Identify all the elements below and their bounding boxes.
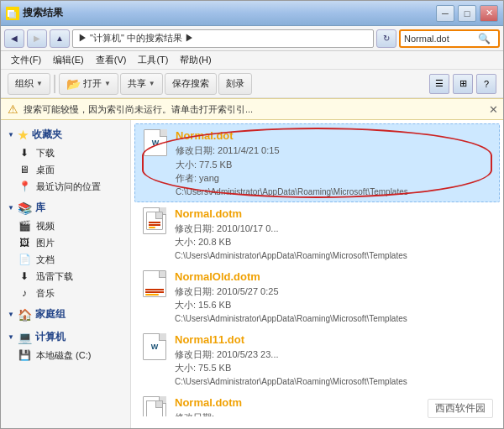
sidebar-section-library: ▼ 📚 库 🎬 视频 🖼 图片 📄 文档 ⬇ 迅 (1, 198, 130, 301)
main-content: ▼ ★ 收藏夹 ⬇ 下载 🖥 桌面 📍 最近访问的位置 (1, 120, 503, 428)
menu-help[interactable]: 帮助(H) (175, 52, 216, 68)
recent-icon: 📍 (18, 180, 31, 193)
file-item-0[interactable]: W Normal.dot 修改日期: 2011/4/21 0:15 大小: 77… (134, 123, 500, 202)
file-item-3[interactable]: W Normal11.dot 修改日期: 2010/5/23 23... 大小:… (134, 328, 500, 391)
warning-close-button[interactable]: ✕ (489, 103, 498, 116)
maximize-button[interactable]: □ (458, 5, 476, 22)
file-meta-3: 修改日期: 2010/5/23 23... 大小: 75.5 KB (175, 348, 493, 375)
address-path[interactable]: ▶ "计算机" 中的搜索结果 ▶ (72, 29, 374, 48)
sidebar-item-recent[interactable]: 📍 最近访问的位置 (1, 178, 130, 195)
computer-icon: 💻 (18, 331, 32, 344)
menu-tools[interactable]: 工具(T) (133, 52, 173, 68)
title-bar-text: 搜索结果 (23, 6, 433, 20)
sidebar-section-computer: ▼ 💻 计算机 💾 本地磁盘 (C:) (1, 327, 130, 364)
sidebar-item-thunder[interactable]: ⬇ 迅雷下载 (1, 268, 130, 285)
menu-bar: 文件(F) 编辑(E) 查看(V) 工具(T) 帮助(H) (1, 51, 503, 70)
file-item-2[interactable]: NormalOld.dotm 修改日期: 2010/5/27 0:25 大小: … (134, 265, 500, 328)
menu-edit[interactable]: 编辑(E) (48, 52, 89, 68)
view-grid-button[interactable]: ⊞ (453, 74, 473, 94)
library-icon: 📚 (18, 201, 32, 215)
toolbar-right: ☰ ⊞ ? (429, 74, 496, 94)
search-box: 🔍 (399, 29, 500, 48)
file-icon-2 (141, 270, 168, 297)
minimize-button[interactable]: ─ (436, 5, 454, 22)
file-path-2: C:\Users\Administrator\AppData\Roaming\M… (175, 314, 493, 323)
save-search-button[interactable]: 保存搜索 (165, 73, 217, 95)
file-meta-1: 修改日期: 2010/10/17 0... 大小: 20.8 KB (175, 222, 493, 249)
file-name-1: Normal.dotm (175, 207, 493, 220)
forward-button[interactable]: ▶ (27, 29, 47, 48)
burn-button[interactable]: 刻录 (218, 73, 252, 95)
file-name-2: NormalOld.dotm (175, 270, 493, 283)
drive-icon: 💾 (18, 348, 31, 362)
file-icon-0: W (142, 129, 169, 156)
sidebar: ▼ ★ 收藏夹 ⬇ 下载 🖥 桌面 📍 最近访问的位置 (1, 120, 131, 428)
file-path-3: C:\Users\Administrator\AppData\Roaming\M… (175, 377, 493, 386)
close-button[interactable]: ✕ (480, 5, 498, 22)
file-icon-3: W (141, 333, 168, 360)
file-path-0: C:\Users\Administrator\AppData\Roaming\M… (176, 187, 492, 196)
sidebar-item-music[interactable]: ♪ 音乐 (1, 285, 130, 301)
back-button[interactable]: ◀ (4, 29, 24, 48)
file-icon-1 (141, 207, 168, 234)
search-icon[interactable]: 🔍 (478, 33, 491, 44)
open-button[interactable]: 📂 打开 ▼ (59, 73, 118, 95)
sidebar-section-header-favorites[interactable]: ▼ ★ 收藏夹 (1, 125, 130, 144)
star-icon: ★ (18, 128, 29, 142)
homegroup-icon: 🏠 (18, 308, 32, 322)
thunder-icon: ⬇ (18, 269, 31, 283)
file-name-0: Normal.dot (176, 129, 492, 142)
file-meta-0: 修改日期: 2011/4/21 0:15 大小: 77.5 KB 作者: yan… (176, 144, 492, 186)
music-icon: ♪ (18, 286, 31, 300)
triangle-icon-4: ▼ (8, 333, 14, 341)
triangle-icon: ▼ (8, 131, 14, 139)
pictures-icon: 🖼 (18, 236, 31, 249)
file-name-3: Normal11.dot (175, 333, 493, 346)
help-button[interactable]: ? (476, 74, 496, 94)
title-bar: 搜索结果 ─ □ ✕ (1, 1, 503, 26)
file-info-0: Normal.dot 修改日期: 2011/4/21 0:15 大小: 77.5… (176, 129, 492, 196)
video-icon: 🎬 (18, 219, 31, 233)
view-list-button[interactable]: ☰ (429, 74, 449, 94)
window-icon (6, 7, 19, 20)
file-item-1[interactable]: Normal.dotm 修改日期: 2010/10/17 0... 大小: 20… (134, 202, 500, 265)
sidebar-item-downloads[interactable]: ⬇ 下载 (1, 144, 130, 161)
sidebar-item-cdrive[interactable]: 💾 本地磁盘 (C:) (1, 347, 130, 364)
sidebar-section-header-computer[interactable]: ▼ 💻 计算机 (1, 327, 130, 347)
file-info-2: NormalOld.dotm 修改日期: 2010/5/27 0:25 大小: … (175, 270, 493, 323)
file-info-1: Normal.dotm 修改日期: 2010/10/17 0... 大小: 20… (175, 207, 493, 260)
file-info-3: Normal11.dot 修改日期: 2010/5/23 23... 大小: 7… (175, 333, 493, 386)
up-button[interactable]: ▲ (50, 29, 70, 48)
address-bar: ◀ ▶ ▲ ▶ "计算机" 中的搜索结果 ▶ ↻ 🔍 (1, 26, 503, 51)
warning-icon: ⚠ (8, 102, 18, 116)
warning-text[interactable]: 搜索可能较慢，因为索引尚未运行。请单击打开索引引... (24, 103, 253, 116)
download-icon: ⬇ (18, 146, 31, 160)
sidebar-section-homegroup: ▼ 🏠 家庭组 (1, 305, 130, 324)
sidebar-section-header-homegroup[interactable]: ▼ 🏠 家庭组 (1, 305, 130, 324)
refresh-button[interactable]: ↻ (376, 29, 396, 48)
toolbar: 组织 ▼ 📂 打开 ▼ 共享 ▼ 保存搜索 刻录 ☰ ⊞ ? (1, 70, 503, 98)
sidebar-item-documents[interactable]: 📄 文档 (1, 251, 130, 268)
file-list: W Normal.dot 修改日期: 2011/4/21 0:15 大小: 77… (131, 120, 503, 428)
menu-file[interactable]: 文件(F) (6, 52, 46, 68)
toolbar-separator (54, 75, 55, 93)
sidebar-item-desktop[interactable]: 🖥 桌面 (1, 161, 130, 178)
sidebar-item-videos[interactable]: 🎬 视频 (1, 217, 130, 234)
file-icon-4 (141, 396, 168, 416)
share-button[interactable]: 共享 ▼ (120, 73, 163, 95)
organize-button[interactable]: 组织 ▼ (8, 73, 50, 95)
file-path-1: C:\Users\Administrator\AppData\Roaming\M… (175, 251, 493, 260)
desktop-icon: 🖥 (18, 163, 31, 176)
sidebar-section-favorites: ▼ ★ 收藏夹 ⬇ 下载 🖥 桌面 📍 最近访问的位置 (1, 125, 130, 195)
main-window: 搜索结果 ─ □ ✕ ◀ ▶ ▲ ▶ "计算机" 中的搜索结果 ▶ ↻ 🔍 文件… (0, 0, 504, 429)
search-input[interactable] (404, 34, 475, 44)
sidebar-section-header-library[interactable]: ▼ 📚 库 (1, 198, 130, 217)
file-meta-2: 修改日期: 2010/5/27 0:25 大小: 15.6 KB (175, 285, 493, 312)
triangle-icon-2: ▼ (8, 204, 14, 212)
documents-icon: 📄 (18, 253, 31, 266)
svg-rect-2 (9, 12, 16, 18)
triangle-icon-3: ▼ (8, 311, 14, 318)
menu-view[interactable]: 查看(V) (91, 52, 132, 68)
sidebar-item-pictures[interactable]: 🖼 图片 (1, 234, 130, 251)
warning-bar: ⚠ 搜索可能较慢，因为索引尚未运行。请单击打开索引引... ✕ (1, 98, 503, 120)
